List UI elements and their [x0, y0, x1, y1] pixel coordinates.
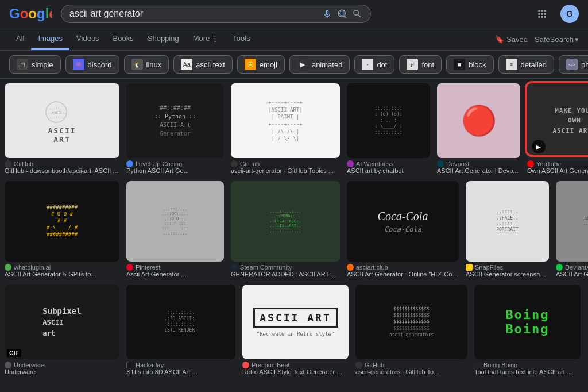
filter-chip-simple[interactable]: ◻ simple — [9, 55, 61, 74]
tools-button[interactable]: Tools — [226, 28, 257, 50]
filter-chip-php[interactable]: </> php — [559, 55, 588, 74]
whatplugin-favicon — [5, 264, 11, 271]
image-tile-1[interactable]: ..:::.. .:ASCII:. ..:::.. ASCII ART GitH… — [5, 83, 119, 174]
video-play-icon: ▶ — [532, 140, 546, 153]
image-tile-15[interactable]: ASCII ART "Recreate in Retro style" Prem… — [242, 285, 349, 375]
boingboing-favicon — [474, 362, 481, 368]
bookmark-icon: 🔖 — [495, 35, 504, 44]
mic-icon — [322, 9, 332, 19]
asciart-favicon — [347, 264, 354, 271]
image-tile-9[interactable]: ....::...:... ..::MONA::.. .:LISA::ASC:.… — [231, 181, 340, 278]
image-tile-2[interactable]: ##::##:## :: Python :: ASCII Art Generat… — [126, 83, 224, 174]
font-chip-icon: F — [407, 59, 418, 70]
filter-chip-linux[interactable]: 🐧 linux — [124, 55, 169, 74]
image-tile-3[interactable]: +----+----+ |ASCII ART| | PAINT | +----+… — [231, 83, 340, 174]
header: Google G — [0, 0, 588, 28]
tab-images[interactable]: Images — [31, 28, 69, 50]
image-tile-11[interactable]: ..::::.. .:FACE:. ..::::.. PORTRAIT Snap… — [466, 181, 549, 278]
svg-text:.:ASCII:.: .:ASCII:. — [48, 110, 67, 114]
php-chip-icon: </> — [566, 59, 578, 70]
search-bar — [61, 5, 371, 23]
svg-point-2 — [340, 11, 345, 16]
lens-button[interactable] — [337, 9, 347, 19]
snapfiles-favicon — [466, 264, 473, 271]
steam-favicon — [231, 264, 238, 271]
tab-all[interactable]: All — [9, 28, 31, 50]
image-tile-16[interactable]: $$$$$$$$$$$$$ $$$$$$$$$$$$$ $$$$$$$$$$$$… — [355, 285, 467, 375]
dot-chip-icon: · — [362, 59, 373, 70]
svg-text:..:::..: ..:::.. — [49, 106, 64, 110]
animated-chip-icon: ▶ — [297, 59, 308, 70]
more-chevron-icon: ⋮ — [211, 34, 219, 43]
github2-favicon — [231, 160, 238, 167]
filter-chip-dot[interactable]: · dot — [354, 55, 394, 74]
safesearch-button[interactable]: SafeSearch ▾ — [535, 35, 579, 44]
svg-line-3 — [344, 16, 346, 17]
search-submit-button[interactable] — [352, 9, 362, 19]
image-tile-10[interactable]: Coca-Cola Coca-Cola asciart.club ASCII A… — [347, 181, 459, 278]
image-grid: ..:::.. .:ASCII:. ..:::.. ASCII ART GitH… — [0, 79, 588, 389]
google-logo: Google — [9, 6, 52, 22]
image-row-3: Subpixel ASCII art GIF Underware Underwa… — [5, 285, 583, 375]
filter-chip-ascii-text[interactable]: Aa ascii text — [173, 55, 233, 74]
filter-chip-discord[interactable]: 👾 discord — [65, 55, 119, 74]
image-tile-14[interactable]: ::.:.::.:. .:3D ASCII:. ::.:.::.:. :STL … — [126, 285, 235, 375]
image-tile-4[interactable]: ::.::.::.: : (o) (o): : .. : : \____/ : … — [347, 83, 430, 174]
pinterest-favicon — [126, 264, 133, 271]
image-tile-8[interactable]: ...:::.... ..::OO::... .::O O::. ::: ^ :… — [126, 181, 224, 278]
simple-chip-icon: ◻ — [17, 59, 28, 70]
filter-chip-detailed[interactable]: ≡ detailed — [498, 55, 555, 74]
filter-chip-animated[interactable]: ▶ animated — [289, 55, 350, 74]
apps-button[interactable] — [533, 5, 551, 23]
github-favicon — [5, 160, 11, 167]
filter-chip-emoji[interactable]: 😊 emoji — [237, 55, 285, 74]
image-row-2: ########## # O O # # # # \____/ # ######… — [5, 181, 583, 278]
image-tile-12[interactable]: B&W PORTRAIT ..::ASCII::.. DeviantArt AS… — [556, 181, 588, 278]
filter-chip-font[interactable]: F font — [399, 55, 442, 74]
header-right: G — [533, 5, 579, 23]
image-tile-6[interactable]: MAKE YOUR OWN ASCII ART! ▶ YouTube Own A… — [527, 83, 588, 174]
image-row-1: ..:::.. .:ASCII:. ..:::.. ASCII ART GitH… — [5, 83, 583, 174]
safesearch-chevron-icon: ▾ — [575, 35, 579, 44]
gif-badge: GIF — [7, 349, 21, 357]
detailed-chip-icon: ≡ — [506, 59, 517, 70]
image-tile-17[interactable]: BoingBoing Boing Boing Tool that turns t… — [474, 285, 581, 375]
nav-right: 🔖 Saved SafeSearch ▾ — [495, 30, 579, 48]
underware-favicon — [5, 362, 11, 368]
premiumbeat-favicon — [242, 362, 249, 368]
search-submit-icon — [352, 9, 362, 19]
apps-grid-icon — [536, 8, 548, 20]
ascii-text-chip-icon: Aa — [181, 59, 192, 70]
discord-chip-icon: 👾 — [73, 59, 84, 70]
deviantart-favicon — [556, 264, 563, 271]
nav-area: All Images Videos Books Shopping More ⋮ … — [0, 28, 588, 51]
tab-more[interactable]: More ⋮ — [186, 28, 226, 50]
image-tile-13[interactable]: Subpixel ASCII art GIF Underware Underwa… — [5, 285, 119, 375]
github-octocat-icon: ..:::.. .:ASCII:. ..:::.. — [45, 98, 79, 126]
block-chip-icon: ■ — [454, 59, 465, 70]
svg-text:..:::..: ..:::.. — [49, 115, 64, 119]
linux-chip-icon: 🐧 — [131, 59, 143, 70]
mic-button[interactable] — [322, 9, 332, 19]
aiweirdness-favicon — [347, 160, 354, 167]
image-tile-5[interactable]: 🔴 Devpost ASCII Art Generator | Devp... — [437, 83, 520, 174]
user-avatar[interactable]: G — [560, 5, 579, 23]
emoji-chip-icon: 😊 — [245, 59, 256, 70]
nav-tabs: All Images Videos Books Shopping More ⋮ … — [9, 28, 257, 50]
levelup-favicon — [126, 160, 133, 167]
filter-chip-block[interactable]: ■ block — [446, 55, 493, 74]
tab-videos[interactable]: Videos — [69, 28, 106, 50]
github3-favicon — [355, 362, 362, 368]
image-tile-7[interactable]: ########## # O O # # # # \____/ # ######… — [5, 181, 119, 278]
lens-icon — [337, 9, 347, 19]
tab-shopping[interactable]: Shopping — [141, 28, 186, 50]
svg-text:Google: Google — [9, 6, 52, 21]
devpost-favicon — [437, 160, 444, 167]
search-input[interactable] — [69, 9, 318, 19]
youtube-favicon — [527, 160, 534, 167]
tab-books[interactable]: Books — [106, 28, 141, 50]
saved-button[interactable]: 🔖 Saved — [495, 35, 528, 44]
hackaday-favicon — [126, 362, 133, 368]
filter-chips-row: ◻ simple 👾 discord 🐧 linux Aa ascii text… — [0, 51, 588, 79]
